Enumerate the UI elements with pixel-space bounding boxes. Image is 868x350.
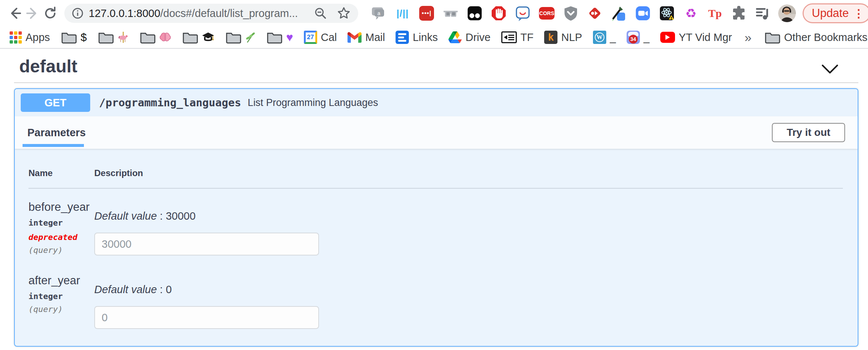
parameter-name-cell: before_year integer deprecated (query): [28, 200, 94, 255]
url-text[interactable]: 127.0.0.1:8000/docs#/default/list_progra…: [89, 7, 314, 20]
parameter-description-cell: Default value : 30000: [94, 200, 843, 255]
bookmark-drive[interactable]: Drive: [445, 31, 494, 44]
url-path: /docs#/default/list_program...: [160, 7, 298, 19]
bookmark-wordpress[interactable]: W _: [590, 31, 619, 44]
reload-icon[interactable]: [41, 4, 59, 22]
extensions-puzzle-icon[interactable]: [731, 6, 747, 21]
tag-section-header[interactable]: default: [0, 49, 868, 76]
parameter-type: integer: [28, 292, 94, 301]
folder-icon: [139, 31, 156, 44]
parameter-name: before_year: [28, 200, 94, 214]
bookmark-folder-brain[interactable]: [136, 31, 174, 44]
collapse-chevron-icon[interactable]: [821, 64, 838, 74]
parameters-section-header: Parameters Try it out: [15, 116, 858, 149]
blocker-hand-extension-icon[interactable]: [491, 6, 506, 21]
google-calendar-icon: 27: [304, 31, 317, 44]
get-operation-block: GET /programming_languages List Programm…: [14, 88, 858, 347]
bookmark-star-icon[interactable]: [337, 6, 351, 20]
3d-glasses-extension-icon[interactable]: [443, 6, 458, 21]
forward-icon[interactable]: [24, 4, 41, 22]
keras-icon: k: [544, 31, 557, 44]
parameters-table-header: Name Description: [28, 168, 843, 189]
folder-icon: [266, 31, 282, 44]
parameter-name: after_year: [28, 274, 94, 287]
bookmark-calendar[interactable]: 27 Cal: [301, 31, 340, 44]
youtube-icon: [660, 32, 675, 43]
chat-smile-extension-icon[interactable]: [515, 6, 530, 21]
purple-heart-icon: ♥: [286, 31, 293, 43]
bookmark-gmail[interactable]: Mail: [345, 31, 388, 44]
bookmark-folder-favorites[interactable]: ♥: [263, 31, 296, 44]
kebab-menu-icon[interactable]: ⋮: [853, 7, 864, 20]
cors-extension-icon[interactable]: CORS: [539, 6, 555, 21]
shield-extension-icon[interactable]: [563, 6, 579, 21]
update-label: Update: [812, 7, 849, 20]
bookmark-tf[interactable]: TF: [498, 31, 536, 44]
folder-icon: [61, 31, 77, 44]
apps-grid-icon: [10, 31, 22, 44]
column-description-header: Description: [94, 168, 843, 178]
operation-path: /programming_languages: [99, 96, 241, 109]
tag-title: default: [19, 56, 77, 76]
operation-summary-text: List Programming Languages: [248, 97, 378, 109]
tp-extension-icon[interactable]: Tp: [707, 6, 723, 21]
site-info-icon[interactable]: [72, 7, 84, 19]
graduation-cap-icon: [202, 32, 214, 43]
column-name-header: Name: [28, 168, 94, 178]
flashcard-audio-icon: [501, 31, 517, 43]
default-value-line: Default value : 30000: [94, 210, 843, 222]
recycle-extension-icon[interactable]: ♻: [683, 6, 699, 21]
before-year-input[interactable]: [94, 233, 319, 255]
parameter-location: (query): [28, 246, 94, 255]
parameter-type: integer: [28, 218, 94, 227]
folder-icon: [225, 31, 241, 44]
swagger-docs-page: default GET /programming_languages List …: [0, 49, 868, 349]
bookmark-calendar34[interactable]: 34 _: [624, 31, 652, 44]
parameter-description-cell: Default value : 0: [94, 274, 843, 329]
bookmark-nlp[interactable]: k NLP: [541, 31, 585, 44]
tag-divider: [14, 82, 858, 83]
parameter-row-after-year: after_year integer (query) Default value…: [28, 262, 843, 329]
folder-icon: [182, 31, 198, 44]
bookmark-folder-school[interactable]: [179, 31, 217, 44]
back-icon[interactable]: [6, 4, 24, 22]
bookmark-apps[interactable]: Apps: [7, 31, 53, 44]
deprecated-label: deprecated: [28, 233, 94, 242]
bookmark-links[interactable]: Links: [393, 31, 441, 44]
browser-window: 127.0.0.1:8000/docs#/default/list_progra…: [0, 0, 868, 350]
profile-avatar[interactable]: [778, 4, 796, 22]
playlist-extension-icon[interactable]: [755, 6, 771, 21]
links-doc-icon: [396, 31, 409, 44]
annotate-extension-icon[interactable]: a: [371, 6, 386, 21]
gmail-icon: [347, 32, 362, 43]
zoom-extension-icon[interactable]: [635, 6, 651, 21]
default-value-line: Default value : 0: [94, 284, 843, 296]
carousel-horse-icon: [118, 31, 129, 44]
color-picker-extension-icon[interactable]: [611, 6, 627, 21]
calendar-34-icon: 34: [627, 31, 640, 44]
bookmarks-overflow-icon[interactable]: »: [745, 30, 752, 45]
tab-parameters[interactable]: Parameters: [27, 116, 86, 149]
other-bookmarks[interactable]: Other Bookmarks: [761, 31, 868, 44]
try-it-out-button[interactable]: Try it out: [772, 123, 845, 142]
active-tab-underline: [23, 144, 84, 147]
after-year-input[interactable]: [94, 306, 319, 329]
red-diamond-extension-icon[interactable]: [587, 6, 603, 21]
react-devtools-extension-icon[interactable]: [659, 6, 675, 21]
svg-text:a: a: [377, 10, 380, 16]
parameter-name-cell: after_year integer (query): [28, 274, 94, 329]
zoom-out-icon[interactable]: [314, 7, 327, 20]
address-bar[interactable]: 127.0.0.1:8000/docs#/default/list_progra…: [64, 4, 358, 23]
wordpress-icon: W: [593, 31, 606, 44]
chrome-update-button[interactable]: Update ⋮: [803, 3, 868, 23]
lastpass-extension-icon[interactable]: •••|: [419, 6, 434, 21]
operation-summary[interactable]: GET /programming_languages List Programm…: [15, 89, 858, 116]
bookmark-youtube[interactable]: YT Vid Mgr: [657, 31, 735, 44]
bookmark-folder-finance[interactable]: $: [58, 31, 90, 44]
dark-reader-extension-icon[interactable]: [467, 6, 482, 21]
bookmark-folder-carousel[interactable]: [95, 31, 132, 44]
brain-icon: [159, 32, 171, 42]
parameter-location: (query): [28, 305, 94, 314]
bookmark-folder-herbs[interactable]: [222, 31, 258, 44]
wayback-extension-icon[interactable]: |/||: [395, 6, 410, 21]
